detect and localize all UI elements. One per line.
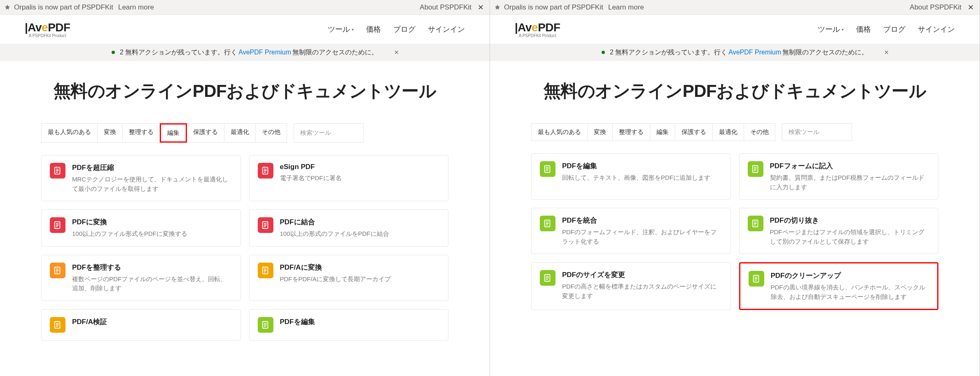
right-pane: Orpalis is now part of PSPDFKit Learn mo…: [490, 0, 980, 376]
filter-edit[interactable]: 編集: [650, 123, 675, 141]
tool-card[interactable]: PDFを編集: [249, 309, 449, 341]
tool-card[interactable]: PDFに結合 100以上の形式のファイルをPDFに結合: [249, 209, 449, 247]
filter-tabs: 最も人気のある 変換 整理する 編集 保護する 最適化 その他 検索ツール: [531, 123, 938, 141]
logo-accent: e: [42, 21, 48, 34]
banner-suffix: 無制限のアクセスのために。: [292, 48, 378, 57]
tool-title: PDF/Aに変換: [280, 263, 440, 272]
tool-title: PDFを整理する: [72, 263, 232, 272]
tool-card[interactable]: eSign PDF 電子署名でPDFに署名: [249, 155, 449, 201]
status-dot-icon: [112, 51, 115, 54]
about-link[interactable]: About PSPDFKit: [420, 3, 471, 12]
filter-optimize[interactable]: 最適化: [712, 123, 744, 141]
premium-link[interactable]: AvePDF Premium: [728, 49, 781, 56]
tool-desc: MRCテクノロジーを使用して、ドキュメントを最適化して最小のファイルを取得します: [72, 175, 232, 193]
filter-popular[interactable]: 最も人気のある: [41, 123, 98, 143]
tool-card[interactable]: PDFを統合 PDFのフォームフィールド、注釈、およびレイヤーをフラット化する: [531, 208, 731, 254]
logo[interactable]: |AvePDF A PSPDFKit Product: [25, 21, 70, 38]
search-input[interactable]: 検索ツール: [294, 123, 364, 143]
premium-link[interactable]: AvePDF Premium: [238, 49, 291, 56]
tool-title: PDFに結合: [280, 217, 440, 227]
nav-price[interactable]: 価格: [856, 24, 871, 34]
logo-accent: e: [532, 21, 538, 34]
page-title: 無料のオンラインPDFおよびドキュメントツール: [490, 80, 980, 103]
tool-icon: [50, 163, 65, 179]
logo-suffix: PDF: [48, 21, 70, 34]
filter-popular[interactable]: 最も人気のある: [531, 123, 588, 141]
nav-blog[interactable]: ブログ: [393, 24, 415, 34]
premium-banner: 2 無料アクションが残っています。行く AvePDF Premium 無制限のア…: [0, 44, 490, 61]
banner-prefix: 2 無料アクションが残っています。行く: [610, 48, 727, 57]
filter-protect[interactable]: 保護する: [187, 123, 224, 143]
tool-title: PDFの切り抜き: [770, 216, 930, 225]
tool-icon: [258, 317, 273, 333]
tool-card[interactable]: PDFに変換 100以上のファイル形式をPDFに変換する: [41, 209, 241, 247]
tool-desc: PDFの高さと幅を標準またはカスタムのページサイズに変更します: [562, 282, 722, 301]
learn-more-link[interactable]: Learn more: [118, 3, 154, 12]
tool-icon: [258, 163, 273, 179]
tool-card[interactable]: PDFのクリーンアップ PDFの黒い境界線を消去し、パンチホール、スペックル除去…: [739, 262, 939, 310]
logo-prefix: |Av: [25, 21, 42, 34]
tool-card[interactable]: PDFを超圧縮 MRCテクノロジーを使用して、ドキュメントを最適化して最小のファ…: [41, 155, 241, 201]
tool-icon: [540, 270, 555, 286]
learn-more-link[interactable]: Learn more: [608, 3, 644, 12]
tool-card[interactable]: PDF/Aに変換 PDFをPDF/Aに変換して長期アーカイブ: [249, 255, 449, 301]
filter-edit[interactable]: 編集: [160, 123, 187, 143]
tool-desc: 契約書、質問票、またはPDF税務フォームのフィールドに入力します: [770, 173, 930, 192]
tool-card[interactable]: PDFフォームに記入 契約書、質問票、またはPDF税務フォームのフィールドに入力…: [739, 153, 939, 200]
filter-convert[interactable]: 変換: [587, 123, 613, 141]
tool-icon: [748, 216, 763, 231]
filter-other[interactable]: その他: [744, 123, 775, 141]
close-icon[interactable]: ✕: [966, 3, 975, 12]
nav-signin[interactable]: サインイン: [428, 24, 465, 34]
orpalis-icon: [4, 4, 11, 11]
tool-desc: PDFをPDF/Aに変換して長期アーカイブ: [280, 275, 440, 284]
tool-title: PDFを統合: [562, 216, 722, 225]
banner-prefix: 2 無料アクションが残っています。行く: [120, 48, 237, 57]
page-title: 無料のオンラインPDFおよびドキュメントツール: [0, 80, 490, 103]
premium-banner: 2 無料アクションが残っています。行く AvePDF Premium 無制限のア…: [490, 44, 980, 61]
status-dot-icon: [602, 51, 605, 54]
tool-card[interactable]: PDFを編集 回転して、テキスト、画像、図形をPDFに追加します: [531, 153, 731, 200]
tool-card[interactable]: PDF/A検証: [41, 309, 241, 341]
filter-organize[interactable]: 整理する: [612, 123, 650, 141]
tool-card[interactable]: PDFのサイズを変更 PDFの高さと幅を標準またはカスタムのページサイズに変更し…: [531, 262, 731, 310]
banner-close-icon[interactable]: ✕: [394, 49, 399, 56]
logo-subtitle: A PSPDFKit Product: [29, 33, 66, 38]
tool-title: PDFのサイズを変更: [562, 270, 722, 280]
banner-close-icon[interactable]: ✕: [884, 49, 889, 56]
filter-convert[interactable]: 変換: [97, 123, 123, 143]
tool-title: eSign PDF: [280, 163, 440, 171]
filter-protect[interactable]: 保護する: [675, 123, 713, 141]
main-nav: ツール▾ 価格 ブログ サインイン: [818, 24, 955, 34]
tool-card[interactable]: PDFの切り抜き PDFページまたはファイルの領域を選択し、トリミングして別のフ…: [739, 208, 939, 254]
nav-price[interactable]: 価格: [366, 24, 381, 34]
logo[interactable]: |AvePDF A PSPDFKit Product: [515, 21, 560, 38]
tool-title: PDFのクリーンアップ: [771, 271, 929, 280]
tool-title: PDFを超圧縮: [72, 163, 232, 172]
logo-prefix: |Av: [515, 21, 532, 34]
tool-icon: [50, 317, 65, 333]
nav-tools[interactable]: ツール▾: [328, 24, 354, 34]
search-input[interactable]: 検索ツール: [782, 123, 852, 141]
filter-optimize[interactable]: 最適化: [224, 123, 256, 143]
tool-card[interactable]: PDFを整理する 複数ページのPDFファイルのページを並べ替え、回転、追加、削除…: [41, 255, 241, 301]
nav-signin[interactable]: サインイン: [918, 24, 955, 34]
tool-icon: [540, 161, 555, 177]
tool-title: PDFを編集: [280, 317, 440, 327]
left-pane: Orpalis is now part of PSPDFKit Learn mo…: [0, 0, 490, 376]
filter-tabs: 最も人気のある 変換 整理する 編集 保護する 最適化 その他 検索ツール: [41, 123, 448, 143]
site-header: |AvePDF A PSPDFKit Product ツール▾ 価格 ブログ サ…: [490, 15, 980, 44]
announce-text: Orpalis is now part of PSPDFKit: [504, 3, 603, 12]
nav-tools[interactable]: ツール▾: [818, 24, 844, 34]
filter-other[interactable]: その他: [255, 123, 287, 143]
tools-grid-right: PDFを編集 回転して、テキスト、画像、図形をPDFに追加します PDFフォーム…: [531, 153, 938, 310]
tool-icon: [749, 271, 764, 287]
tools-grid-left: PDFを超圧縮 MRCテクノロジーを使用して、ドキュメントを最適化して最小のファ…: [41, 155, 448, 341]
chevron-down-icon: ▾: [352, 27, 354, 32]
tool-desc: 100以上の形式のファイルをPDFに結合: [280, 229, 440, 239]
nav-blog[interactable]: ブログ: [883, 24, 905, 34]
tool-icon: [50, 217, 65, 233]
about-link[interactable]: About PSPDFKit: [910, 3, 961, 12]
close-icon[interactable]: ✕: [476, 3, 485, 12]
filter-organize[interactable]: 整理する: [122, 123, 160, 143]
